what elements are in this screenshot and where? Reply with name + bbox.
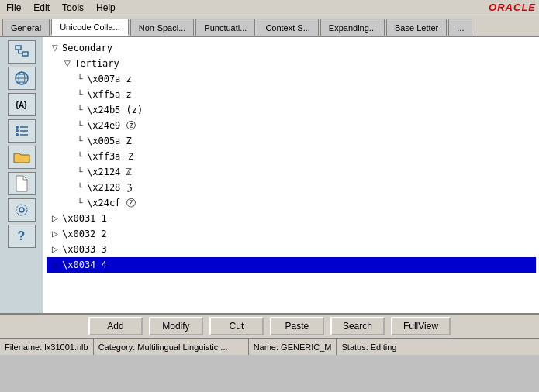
tree-node-x0034[interactable]: ▷\x0034 4 — [47, 257, 536, 273]
expand-icon: └ — [74, 120, 85, 131]
expand-icon: ▽ — [62, 58, 73, 69]
expand-icon: └ — [74, 167, 85, 177]
tree-label: \xff5a z — [87, 88, 132, 101]
status-status: Status: Editing — [337, 339, 539, 355]
tree-node-x0033[interactable]: ▷\x0033 3 — [47, 242, 536, 257]
svg-point-16 — [16, 205, 27, 215]
tree-label: \x0032 2 — [62, 227, 107, 241]
expand-icon: ▷ — [50, 229, 60, 239]
tree-node-x24b5[interactable]: └\x24b5 (z) — [47, 102, 536, 118]
tree-label: \x2128 ℨ — [87, 181, 132, 194]
expand-icon: └ — [74, 105, 85, 115]
tree-label: \x24e9 ⓩ — [87, 119, 136, 132]
paste-button[interactable]: Paste — [270, 317, 324, 335]
expand-icon: └ — [74, 136, 85, 146]
svg-point-15 — [19, 208, 24, 212]
tab-more[interactable]: ... — [448, 19, 472, 36]
menu-tools[interactable]: Tools — [59, 2, 87, 14]
sidebar: {A} — [0, 37, 43, 313]
menu-help[interactable]: Help — [93, 2, 119, 14]
svg-point-9 — [16, 126, 19, 129]
tab-general[interactable]: General — [2, 19, 50, 36]
tree-label: \x007a z — [87, 72, 132, 86]
tree-label: \xff3a Ｚ — [87, 150, 136, 163]
expand-icon: └ — [74, 182, 85, 193]
tree-label: \x005a Z — [87, 134, 132, 148]
svg-point-11 — [16, 133, 19, 136]
menu-edit[interactable]: Edit — [30, 2, 53, 14]
expand-icon: ▽ — [50, 43, 60, 53]
tree-node-xff5a[interactable]: └\xff5a z — [47, 87, 536, 102]
svg-rect-0 — [16, 46, 21, 50]
expand-icon: ▷ — [50, 260, 60, 270]
tab-non-spaci[interactable]: Non-Spaci... — [130, 19, 195, 36]
svg-rect-1 — [22, 52, 28, 56]
add-button[interactable]: Add — [88, 317, 143, 335]
status-name: Name: GENERIC_M — [249, 339, 337, 355]
document-icon[interactable] — [8, 172, 36, 195]
menu-file[interactable]: File — [3, 2, 24, 14]
tab-context-s[interactable]: Context S... — [257, 19, 318, 36]
tree-node-x0031[interactable]: ▷\x0031 1 — [47, 211, 536, 226]
tab-base-letter[interactable]: Base Letter — [386, 19, 447, 36]
tab-unicode-colla[interactable]: Unicode Colla... — [51, 19, 129, 36]
gear-icon[interactable] — [8, 198, 36, 222]
expand-icon: └ — [74, 198, 85, 208]
expand-icon: └ — [74, 89, 85, 100]
tree-label: \x0031 1 — [62, 211, 107, 225]
folder-icon[interactable] — [8, 146, 36, 169]
globe-icon[interactable] — [8, 67, 36, 90]
tree-label: Tertiary — [74, 57, 119, 70]
tab-punctuati[interactable]: Punctuati... — [195, 19, 255, 36]
expand-icon: └ — [74, 74, 85, 84]
tree-label: Secondary — [62, 41, 112, 55]
help-icon[interactable]: ? — [8, 225, 36, 248]
search-button[interactable]: Search — [330, 317, 385, 335]
tree-label: \x24cf Ⓩ — [87, 196, 136, 210]
oracle-logo: ORACLE — [489, 2, 536, 13]
tree-node-x007a[interactable]: └\x007a z — [47, 71, 536, 87]
expand-icon: └ — [74, 151, 85, 162]
fullview-button[interactable]: FullView — [391, 317, 451, 335]
cut-button[interactable]: Cut — [209, 317, 264, 335]
tree-node-x24e9[interactable]: └\x24e9 ⓩ — [47, 118, 536, 133]
tabs-bar: General Unicode Colla... Non-Spaci... Pu… — [0, 15, 539, 37]
tree-label: \x0033 3 — [62, 242, 107, 256]
tree-node-secondary[interactable]: ▽Secondary — [47, 40, 536, 56]
menu-items: File Edit Tools Help — [3, 2, 119, 14]
status-bar: Filename: lx31001.nlb Category: Multilin… — [0, 338, 539, 355]
svg-point-10 — [16, 129, 19, 132]
status-filename: Filename: lx31001.nlb — [0, 339, 94, 355]
menu-bar: File Edit Tools Help ORACLE — [0, 0, 539, 15]
tree-node-x2128[interactable]: └\x2128 ℨ — [47, 180, 536, 195]
tree-label: \x24b5 (z) — [87, 103, 143, 117]
tree-area[interactable]: ▽Secondary▽Tertiary└\x007a z└\xff5a z└\x… — [43, 37, 539, 313]
hierarchy-icon[interactable] — [8, 40, 36, 64]
tree-label: \x2124 ℤ — [87, 165, 132, 179]
tree-node-tertiary[interactable]: ▽Tertiary — [47, 56, 536, 71]
expand-icon: ▷ — [50, 244, 60, 255]
tree-node-xff3a[interactable]: └\xff3a Ｚ — [47, 149, 536, 164]
regex-icon[interactable]: {A} — [8, 93, 36, 116]
main-layout: {A} — [0, 37, 539, 313]
tree-label: \x0034 4 — [62, 258, 107, 272]
tree-node-x005a[interactable]: └\x005a Z — [47, 133, 536, 149]
list-icon[interactable] — [8, 119, 36, 143]
status-category: Category: Multilingual Linguistic ... — [94, 339, 249, 355]
tree-node-x0032[interactable]: ▷\x0032 2 — [47, 226, 536, 242]
expand-icon: ▷ — [50, 213, 60, 224]
button-bar: Add Modify Cut Paste Search FullView — [0, 313, 539, 338]
tree-node-x2124[interactable]: └\x2124 ℤ — [47, 164, 536, 180]
tab-expanding[interactable]: Expanding... — [320, 19, 385, 36]
tree-node-x24cf[interactable]: └\x24cf Ⓩ — [47, 195, 536, 211]
modify-button[interactable]: Modify — [149, 317, 203, 335]
